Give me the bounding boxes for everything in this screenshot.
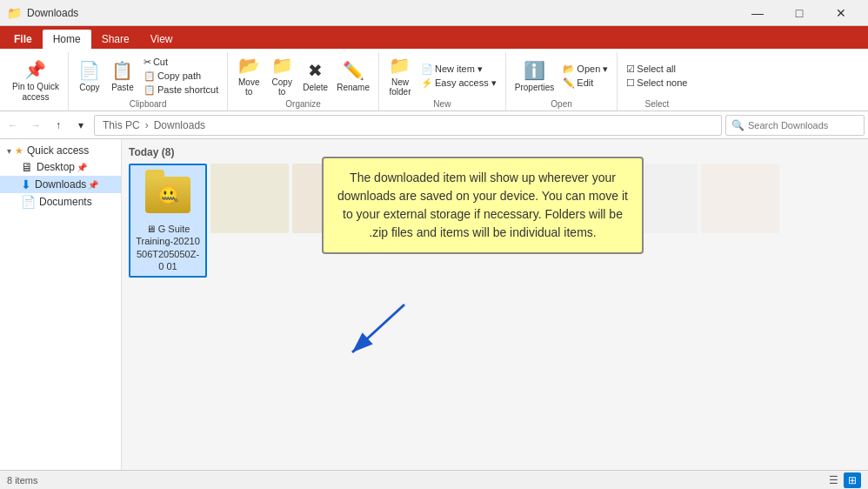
open-extras: 📂 Open ▾ ✏️ Edit [559, 63, 611, 90]
new-folder-button[interactable]: 📁 Newfolder [384, 53, 416, 98]
select-none-icon: ☐ [626, 77, 635, 89]
sidebar-item-downloads[interactable]: ⬇ Downloads 📌 [0, 176, 121, 193]
copy-to-button[interactable]: 📁 Copyto [266, 53, 297, 98]
pin-btn-area: 📌 Pin to Quickaccess [9, 52, 63, 109]
copy-to-label: Copyto [272, 77, 292, 97]
ribbon-group-organize: 📂 Moveto 📁 Copyto ✖ Delete ✏️ Rename Org… [228, 52, 379, 111]
file-item-gsuite[interactable]: 🤐 🖥 G Suite Training-20210 506T205050Z-0… [129, 164, 207, 278]
maximize-button[interactable]: □ [779, 0, 819, 26]
select-all-button[interactable]: ☑ Select all [623, 63, 691, 76]
quick-access-header[interactable]: ▾ ★ Quick access [0, 143, 121, 158]
ribbon-group-pin: 📌 Pin to Quickaccess [3, 52, 69, 111]
select-all-icon: ☑ [626, 64, 635, 75]
forward-button[interactable]: → [26, 116, 45, 135]
breadcrumb-thispc: This PC [103, 119, 140, 131]
address-bar: ← → ↑ ▾ This PC › Downloads 🔍 [0, 111, 868, 139]
ribbon: 📌 Pin to Quickaccess 📄 Copy 📋 Paste ✂ Cu… [0, 49, 868, 111]
search-icon: 🔍 [731, 119, 744, 131]
copy-path-label: Copy path [157, 70, 201, 81]
content-area: Today (8) 🤐 🖥 G Suite Training-20210 506… [122, 139, 868, 470]
edit-button[interactable]: ✏️ Edit [559, 77, 611, 90]
gsuite-file-icon: 🤐 [142, 169, 194, 221]
documents-label: Documents [39, 196, 92, 208]
file-item-blur-7 [701, 164, 779, 233]
minimize-button[interactable]: — [738, 0, 778, 26]
sidebar-item-documents[interactable]: 📄 Documents [0, 193, 121, 211]
paste-label: Paste [111, 83, 134, 92]
delete-icon: ✖ [308, 60, 323, 81]
paste-shortcut-button[interactable]: 📋 Paste shortcut [140, 84, 222, 97]
up-button[interactable]: ↑ [49, 116, 68, 135]
status-bar: 8 items ☰ ⊞ [0, 470, 868, 489]
new-item-button[interactable]: 📄 New item ▾ [417, 63, 500, 76]
copy-path-icon: 📋 [144, 70, 156, 82]
section-label: Today (8) [129, 146, 174, 158]
desktop-pin-icon: 📌 [77, 163, 87, 172]
cut-label: Cut [153, 57, 168, 67]
list-view-button[interactable]: ☰ [825, 472, 842, 488]
quick-access-section: ▾ ★ Quick access 🖥 Desktop 📌 ⬇ Downloads… [0, 143, 121, 211]
new-folder-icon: 📁 [389, 55, 411, 76]
tab-view[interactable]: View [140, 30, 184, 49]
easy-access-button[interactable]: ⚡ Easy access ▾ [417, 77, 500, 90]
move-to-button[interactable]: 📂 Moveto [233, 53, 264, 98]
open-button[interactable]: 📂 Open ▾ [559, 63, 611, 76]
callout-text: The downloaded item will show up whereve… [337, 171, 628, 239]
organize-buttons: 📂 Moveto 📁 Copyto ✖ Delete ✏️ Rename [233, 52, 373, 99]
clipboard-buttons: 📄 Copy 📋 Paste ✂ Cut 📋 Copy path 📋 Past [74, 52, 222, 99]
ribbon-group-new: 📁 Newfolder 📄 New item ▾ ⚡ Easy access ▾… [379, 52, 506, 111]
desktop-label: Desktop [37, 161, 75, 173]
breadcrumb[interactable]: This PC › Downloads [94, 115, 722, 136]
delete-button[interactable]: ✖ Delete [299, 53, 331, 98]
tiles-view-button[interactable]: ⊞ [844, 472, 861, 488]
pin-icon: 📌 [24, 59, 46, 80]
tab-home[interactable]: Home [43, 30, 91, 49]
clipboard-label: Clipboard [130, 99, 167, 111]
clipboard-extras: ✂ Cut 📋 Copy path 📋 Paste shortcut [140, 56, 222, 97]
gsuite-file-name: 🖥 G Suite Training-20210 506T205050Z-0 0… [134, 223, 202, 272]
callout-box: The downloaded item will show up whereve… [322, 157, 644, 254]
copy-label: Copy [79, 83, 99, 92]
cut-button[interactable]: ✂ Cut [140, 56, 222, 69]
open-icon: 📂 [563, 64, 575, 75]
easy-access-label: Easy access ▾ [435, 77, 497, 89]
quick-access-label: Quick access [27, 144, 89, 157]
downloads-folder-icon: ⬇ [21, 178, 31, 191]
new-item-icon: 📄 [421, 64, 433, 75]
select-none-button[interactable]: ☐ Select none [623, 77, 691, 90]
edit-label: Edit [577, 77, 593, 88]
downloads-pin-icon: 📌 [88, 180, 98, 190]
search-input[interactable] [748, 120, 868, 131]
easy-access-icon: ⚡ [421, 77, 433, 89]
tab-file[interactable]: File [3, 30, 43, 49]
ribbon-tabs: File Home Share View [0, 26, 868, 49]
status-items-label: 8 items [7, 475, 37, 486]
select-all-label: Select all [637, 64, 676, 74]
copy-path-button[interactable]: 📋 Copy path [140, 70, 222, 83]
back-button[interactable]: ← [3, 116, 23, 135]
move-icon: 📂 [238, 55, 260, 76]
new-item-label: New item ▾ [435, 64, 483, 75]
svg-line-1 [352, 305, 404, 352]
sidebar-item-desktop[interactable]: 🖥 Desktop 📌 [0, 158, 121, 176]
pin-to-quick-access-button[interactable]: 📌 Pin to Quickaccess [9, 58, 63, 104]
recent-button[interactable]: ▾ [71, 116, 90, 135]
search-box[interactable]: 🔍 [725, 115, 865, 136]
properties-button[interactable]: ℹ️ Properties [511, 53, 558, 98]
copy-icon: 📄 [78, 60, 100, 81]
properties-icon: ℹ️ [524, 60, 545, 81]
copy-button[interactable]: 📄 Copy [74, 53, 105, 98]
select-group-label: Select [644, 99, 669, 111]
paste-button[interactable]: 📋 Paste [107, 53, 138, 98]
title-bar-controls: — □ ✕ [738, 0, 861, 26]
close-button[interactable]: ✕ [821, 0, 861, 26]
file-item-blur-1 [210, 164, 289, 233]
downloads-label: Downloads [35, 178, 86, 191]
rename-label: Rename [337, 83, 370, 92]
properties-label: Properties [515, 83, 555, 92]
tab-share[interactable]: Share [91, 30, 140, 49]
open-label: Open ▾ [577, 64, 608, 75]
rename-button[interactable]: ✏️ Rename [333, 53, 373, 98]
new-folder-label: Newfolder [389, 77, 411, 97]
open-group-label: Open [551, 99, 571, 111]
